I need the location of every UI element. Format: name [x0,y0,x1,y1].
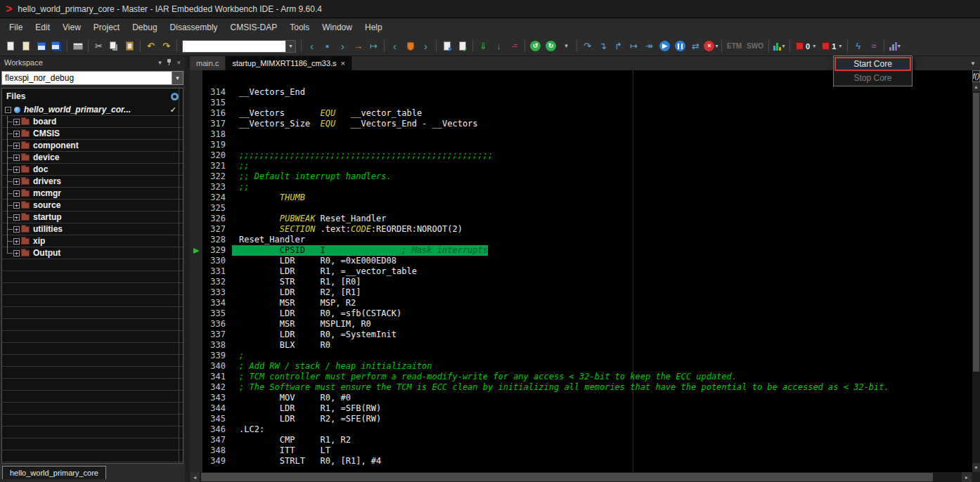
save[interactable] [34,39,49,54]
event-viewer-dropdown-icon[interactable]: ▾ [898,43,901,49]
combo-dropdown-icon[interactable]: ▼ [172,72,183,84]
breakpoint-gutter-cell[interactable] [190,193,202,203]
run-to-cursor[interactable]: ↠ [642,39,657,54]
code-line[interactable]: 328Reset_Handler [190,235,972,245]
settings-gear-icon[interactable] [171,93,179,100]
breakpoint-gutter-cell[interactable] [190,287,202,298]
search-dropdown-icon[interactable]: ▼ [286,40,296,53]
navigate-backward[interactable]: ‹ [304,39,319,54]
vertical-scrollbar[interactable]: f() ▲ ▼ [972,70,980,472]
tree-group-board[interactable]: +board [2,116,183,128]
search-input[interactable] [182,40,286,53]
tree-group-drivers[interactable]: +drivers [2,176,183,188]
scroll-right-icon[interactable]: ► [962,472,972,482]
menu-item-cmsis-dap[interactable]: CMSIS-DAP [224,20,284,35]
breakpoint-gutter-cell[interactable] [190,393,202,403]
breakpoint-gutter-cell[interactable] [190,319,202,330]
workspace-menu-icon[interactable]: ▾ [158,59,162,66]
step-into[interactable]: ↴ [595,39,610,54]
previous-bookmark[interactable]: ‹ [387,39,402,54]
copy[interactable] [107,39,122,54]
code-line[interactable]: 319 [190,140,972,150]
code-line[interactable]: 329 CPSID I ; Mask interrupts [190,245,972,256]
navigate-forward[interactable]: › [335,39,350,54]
break[interactable] [673,39,688,54]
breakpoint-gutter-cell[interactable] [190,87,202,98]
menu-item-debug[interactable]: Debug [126,20,163,35]
power-debugging[interactable]: ϟ [851,39,865,54]
timeline[interactable]: ≈ [866,39,881,54]
menu-item-tools[interactable]: Tools [283,20,316,35]
code-line[interactable]: 339; [190,351,972,361]
stop-debugging[interactable]: ×▾ [704,39,718,54]
menu-item-disassembly[interactable]: Disassembly [164,20,224,35]
browse-symbol[interactable]: ● [320,39,335,54]
code-line[interactable]: 317__Vectors_Size EQU __Vectors_End - __… [190,119,972,129]
function-profiler-dropdown-icon[interactable]: ▾ [782,43,785,49]
erase-memory[interactable]: -= [507,39,522,54]
code-line[interactable]: 340; Add RW / stack / heap initializaito… [190,361,972,372]
configuration-selector[interactable]: flexspi_nor_debug ▼ [1,71,183,85]
code-editor[interactable]: 314__Vectors_End315316__Vectors EQU __ve… [190,70,972,472]
breakpoint-gutter-cell[interactable] [190,361,202,372]
popup-item-start-core[interactable]: Start Core [834,57,911,71]
code-line[interactable]: 345 LDR R2, =SFE(RW) [190,414,972,424]
menu-item-project[interactable]: Project [87,20,126,35]
undo[interactable]: ↶ [143,39,158,54]
breakpoint-gutter-cell[interactable] [190,224,202,235]
workspace-close-icon[interactable]: × [177,59,181,66]
go-to-next-statement[interactable]: → [351,39,366,54]
collapse-icon[interactable]: - [5,107,11,113]
make[interactable] [455,39,470,54]
core-0-selector[interactable]: 0▾ [793,42,818,51]
breakpoint-gutter-cell[interactable] [190,203,202,214]
tree-root-project[interactable]: -hello_world_primary_cor...✓ [2,104,183,116]
breakpoint-gutter-cell[interactable] [190,256,202,266]
breakpoint-gutter-cell[interactable] [190,214,202,224]
expand-icon[interactable]: + [13,250,20,256]
breakpoint-gutter-cell[interactable] [190,403,202,414]
expand-icon[interactable]: + [13,167,20,173]
breakpoint-gutter-cell[interactable] [190,140,202,150]
breakpoint-gutter-cell[interactable] [190,108,202,119]
expand-icon[interactable]: + [13,178,20,185]
tree-group-output[interactable]: +Output [2,247,183,259]
download-active-application[interactable]: ↓ [491,39,506,54]
go[interactable]: ▶ [657,39,672,54]
editor-tab-startup-mimxrt1186-cm33-s[interactable]: startup_MIMXRT1186_cm33.s× [226,56,352,70]
code-line[interactable]: 343 MOV R0, #0 [190,393,972,403]
cut[interactable]: ✂ [91,39,106,54]
save-all[interactable] [49,39,64,54]
jump-to-location[interactable]: ↦ [366,39,381,54]
code-line[interactable]: 348 ITT LT [190,445,972,456]
code-line[interactable]: 341; TCM controller must perform a read-… [190,372,972,382]
tree-group-startup[interactable]: +startup [2,211,183,223]
function-list-button[interactable]: f() [972,70,980,82]
code-line[interactable]: 335 LDR R0, =sfb(CSTACK) [190,308,972,319]
core-1-selector[interactable]: 1▾ [819,42,844,51]
code-line[interactable]: 336 MSR MSPLIM, R0 [190,319,972,330]
breakpoint-gutter-cell[interactable] [190,308,202,319]
code-line[interactable]: 314__Vectors_End [190,87,972,98]
code-line[interactable]: 318 [190,129,972,140]
toggle-bookmark[interactable] [403,39,418,54]
breakpoint-gutter-cell[interactable] [190,340,202,351]
expand-icon[interactable]: + [13,190,20,197]
breakpoint-gutter-cell[interactable] [190,245,202,256]
breakpoint-gutter-cell[interactable] [190,266,202,277]
code-line[interactable]: 338 BLX R0 [190,340,972,351]
code-line[interactable]: 342; The Software must ensure the TCM is… [190,382,972,393]
step-over[interactable]: ↷ [580,39,595,54]
scroll-left-icon[interactable]: ◄ [190,472,200,482]
code-line[interactable]: 320;;;;;;;;;;;;;;;;;;;;;;;;;;;;;;;;;;;;;… [190,150,972,161]
code-line[interactable]: 334 MSR MSP, R2 [190,298,972,308]
next-bookmark[interactable]: › [418,39,433,54]
print[interactable] [70,39,85,54]
expand-icon[interactable]: + [13,143,20,149]
breakpoint-gutter-cell[interactable] [190,277,202,287]
horizontal-scroll-track[interactable] [200,472,962,482]
breakpoint-gutter-cell[interactable] [190,119,202,129]
tree-group-component[interactable]: +component [2,140,183,152]
breakpoint-gutter-cell[interactable] [190,298,202,308]
breakpoint-gutter-cell[interactable] [190,98,202,108]
